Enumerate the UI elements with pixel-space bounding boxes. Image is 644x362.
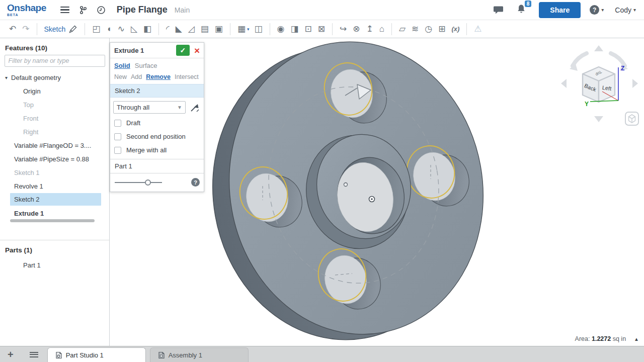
variable-icon[interactable]: (x): [451, 26, 459, 32]
undo-redo-group: ↶↷: [6, 25, 33, 33]
feature-item-variable-flangeod-3[interactable]: Variable #FlangeOD = 3....: [0, 139, 109, 152]
sketch-button[interactable]: Sketch: [44, 25, 78, 34]
transform-icon[interactable]: ⊡: [304, 25, 311, 33]
merge-scope-field[interactable]: Part 1: [110, 159, 204, 173]
top-bar: Onshape BETA Pipe Flange Main 8: [0, 0, 644, 20]
rib-icon[interactable]: ▤: [201, 25, 209, 33]
cancel-button[interactable]: ×: [193, 46, 201, 55]
split-icon[interactable]: ◨: [290, 25, 298, 33]
draft-checkbox-row[interactable]: Draft: [110, 116, 204, 130]
user-name: Cody: [615, 6, 631, 14]
feature-item-sketch-1[interactable]: Sketch 1: [0, 166, 109, 179]
main-menu-icon[interactable]: [60, 5, 69, 15]
plane-icon[interactable]: ▱: [399, 25, 406, 33]
feature-item-origin[interactable]: Origin: [0, 84, 109, 98]
feature-item-default-geometry[interactable]: ▾Default geometry: [0, 71, 109, 84]
axis-z-label: Z: [621, 65, 624, 72]
feature-item-variable-pipesize-0-88[interactable]: Variable #PipeSize = 0.88: [0, 152, 109, 166]
rotate-down-arrow: [594, 116, 603, 122]
tab-assembly[interactable]: Assembly 1: [150, 347, 249, 362]
feature-toolbar: ↶↷ Sketch ◰◖∿◺◧◜◣◿▤▣▦▾◫◉◨⊡⊠↪⊗↥⌂▱≋◷⊞(x)⚠: [0, 20, 644, 38]
slider-handle[interactable]: [145, 179, 151, 186]
collapse-status-icon[interactable]: ▲: [634, 336, 639, 342]
merge-with-all-checkbox-row[interactable]: Merge with all: [110, 143, 204, 157]
assembly-icon: [157, 351, 165, 359]
fillet-icon[interactable]: ◜: [166, 25, 170, 33]
notifications-bell-icon[interactable]: 8: [517, 4, 526, 16]
loft-icon[interactable]: ◺: [131, 25, 137, 33]
help-menu[interactable]: ? ▾: [590, 5, 604, 15]
modify-fillet-icon[interactable]: ↪: [340, 25, 347, 33]
end-condition-dropdown[interactable]: Through all ▼: [113, 101, 186, 114]
part-list-item[interactable]: Part 1: [0, 258, 109, 272]
feature-filter-input[interactable]: [5, 55, 105, 67]
thicken-icon[interactable]: ◧: [143, 25, 151, 33]
replace-face-icon[interactable]: ⌂: [379, 25, 384, 33]
linear-pattern-icon[interactable]: ▦: [237, 25, 246, 33]
tab-manager-icon[interactable]: [30, 350, 38, 358]
chamfer-icon[interactable]: ◣: [176, 25, 182, 33]
versions-branch-icon[interactable]: [78, 6, 88, 15]
bool-op-add[interactable]: Add: [131, 73, 142, 80]
revolve-icon[interactable]: ◖: [106, 25, 111, 33]
faces-selection-row[interactable]: Sketch 2: [110, 84, 204, 98]
bool-op-new[interactable]: New: [114, 73, 127, 80]
checkbox-icon[interactable]: [114, 133, 121, 140]
checkbox-icon[interactable]: [114, 147, 121, 154]
share-button[interactable]: Share: [539, 2, 581, 18]
feature-item-front[interactable]: Front: [0, 112, 109, 125]
insert-new-tab-button[interactable]: +: [8, 349, 14, 359]
tab-label: Assembly 1: [169, 351, 202, 359]
view-cube[interactable]: Top Back Left Z Y: [558, 43, 644, 128]
extrude-dialog: Extrude 1 ✓ × Solid Surface New Add Remo…: [110, 42, 204, 192]
shell-icon[interactable]: ▣: [215, 25, 223, 33]
features-panel: Features (10) ▾Default geometryOriginTop…: [0, 38, 110, 346]
checkbox-icon[interactable]: [114, 120, 121, 127]
circular-pattern-icon[interactable]: ◷: [425, 25, 432, 33]
feature-item-extrude-1[interactable]: Extrude 1: [0, 207, 109, 220]
extrude-icon[interactable]: ◰: [92, 25, 100, 33]
redo-icon[interactable]: ↷: [22, 25, 29, 33]
delete-part-icon[interactable]: ⊠: [318, 25, 325, 33]
opacity-slider[interactable]: [115, 179, 162, 186]
second-end-checkbox-row[interactable]: Second end position: [110, 130, 204, 143]
helix-icon[interactable]: ≋: [412, 25, 419, 33]
workspace-name[interactable]: Main: [175, 6, 190, 14]
flip-direction-button[interactable]: [190, 103, 200, 113]
feature-item-right[interactable]: Right: [0, 125, 109, 139]
delete-face-icon[interactable]: ⊗: [353, 25, 360, 33]
mirror-icon[interactable]: ◫: [255, 25, 263, 33]
confirm-button[interactable]: ✓: [176, 45, 190, 56]
isometric-view-button[interactable]: [625, 112, 638, 125]
feature-item-revolve-1[interactable]: Revolve 1: [0, 179, 109, 193]
bool-op-remove[interactable]: Remove: [146, 73, 171, 80]
bool-op-intersect[interactable]: Intersect: [175, 73, 199, 80]
comments-icon[interactable]: [494, 6, 504, 15]
rotate-left-arrow: [561, 79, 567, 88]
draft-icon[interactable]: ◿: [188, 25, 195, 33]
chevron-down-icon: ▼: [177, 105, 182, 110]
boolean-icon[interactable]: ◉: [277, 25, 285, 33]
user-menu[interactable]: Cody ▾: [615, 6, 636, 14]
chevron-down-icon[interactable]: ▾: [5, 75, 8, 80]
part-studio-icon: [55, 351, 62, 359]
onshape-logo[interactable]: Onshape BETA: [7, 3, 46, 17]
notification-count-badge: 8: [525, 1, 532, 7]
dialog-help-icon[interactable]: ?: [191, 178, 200, 187]
feature-list-scrollbar[interactable]: [10, 219, 95, 222]
history-icon[interactable]: [97, 6, 106, 15]
document-title: Pipe Flange: [117, 5, 168, 15]
dropdown-caret-icon[interactable]: ▾: [247, 27, 250, 32]
warning-icon[interactable]: ⚠: [474, 25, 481, 33]
tab-part-studio[interactable]: Part Studio 1: [47, 347, 146, 362]
undo-icon[interactable]: ↶: [9, 25, 16, 33]
axis-y-label: Y: [585, 101, 589, 108]
feature-item-sketch-2[interactable]: Sketch 2: [10, 193, 101, 206]
tab-solid[interactable]: Solid: [114, 62, 130, 69]
tab-surface[interactable]: Surface: [135, 62, 157, 69]
move-face-icon[interactable]: ↥: [366, 25, 373, 33]
feature-tree: ▾Default geometryOriginTopFrontRightVari…: [0, 71, 109, 220]
derived-icon[interactable]: ⊞: [438, 25, 445, 33]
sweep-icon[interactable]: ∿: [118, 25, 125, 33]
feature-item-top[interactable]: Top: [0, 98, 109, 112]
